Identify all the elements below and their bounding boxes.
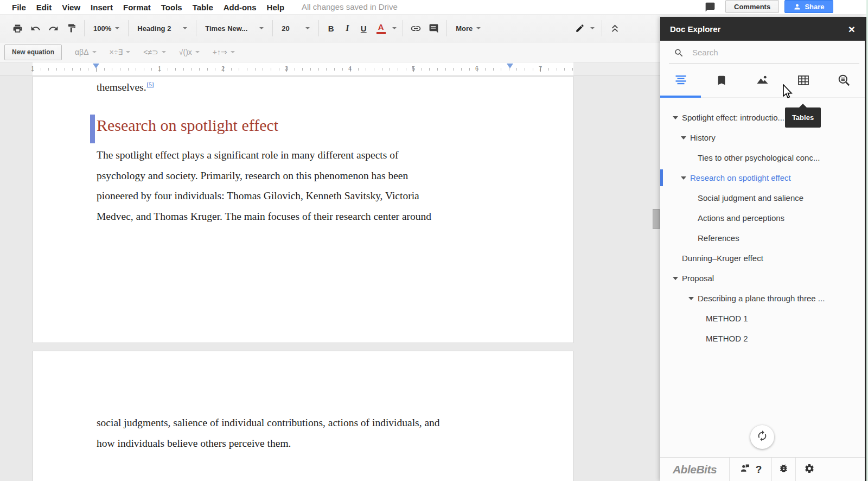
tree-item[interactable]: Research on spotlight effect [660,168,865,188]
tree-item[interactable]: METHOD 2 [660,328,865,349]
contact-support-button[interactable]: ? [730,458,771,481]
tree-item[interactable]: Dunning–Kruger effect [660,248,865,268]
save-status: All changes saved in Drive [302,2,398,11]
toolbar-separator [602,20,602,36]
menu-item[interactable]: Edit [36,3,52,12]
help-button[interactable]: ? [756,464,762,476]
tree-item[interactable]: History [660,128,865,148]
equation-symbol-group: αβΔ [75,48,97,56]
document-text-line: psychology and society. Primarily, resea… [97,166,431,186]
font-select[interactable]: Times New... [200,19,269,37]
insert-link-button[interactable] [407,19,425,37]
sidebar-title: Doc Explorer [670,24,720,34]
ruler-major-ticks [33,67,573,72]
toolbar-separator [196,20,196,36]
menu-item[interactable]: View [62,3,80,12]
tree-item-label: METHOD 1 [706,314,748,323]
search-icon [674,48,684,60]
mouse-cursor [783,84,794,102]
new-equation-button[interactable]: New equation [4,45,62,60]
collapse-arrow-icon[interactable] [681,176,686,180]
paint-format-button[interactable] [62,19,80,37]
tree-item-label: METHOD 2 [706,334,748,343]
menu-item[interactable]: Insert [91,3,113,12]
tab-bookmarks[interactable] [701,65,742,97]
document-page-2[interactable]: social judgments, salience of individual… [33,351,573,481]
chevron-down-icon [162,51,166,53]
menu-item[interactable]: Help [267,3,285,12]
gear-icon [804,463,815,476]
footnote-reference-link[interactable]: [5] [147,81,154,87]
bold-button[interactable]: B [323,24,339,33]
collapse-arrow-icon[interactable] [681,136,686,140]
underline-button[interactable]: U [355,24,372,33]
text-color-button[interactable]: A [372,23,390,34]
menu-item[interactable]: File [12,3,26,12]
tree-item[interactable]: Proposal [660,268,865,288]
google-docs-window: FileEditViewInsertFormatToolsTableAdd-on… [0,0,868,481]
more-button[interactable]: More [451,19,486,37]
right-indent-marker[interactable] [507,64,513,68]
comment-bubble-icon[interactable] [704,2,716,12]
tree-item[interactable]: Spotlight effect: introductio... [660,107,865,128]
tree-item[interactable]: References [660,228,865,248]
tree-item-label: Spotlight effect: introductio... [682,113,784,122]
body-paragraph: The spotlight effect plays a significant… [97,145,431,226]
chevron-down-icon[interactable] [590,27,595,29]
redo-button[interactable] [44,19,62,37]
paragraph-style-select[interactable]: Heading 2 [132,19,192,37]
editing-mode-pen-button[interactable] [573,19,587,37]
left-indent-marker[interactable] [93,64,99,68]
document-page-1[interactable]: themselves.[5] Research on spotlight eff… [33,76,573,343]
refresh-button[interactable] [750,425,774,449]
font-size-select[interactable]: 20 [277,19,315,37]
table-grid-icon [796,74,810,89]
chevron-down-icon [305,27,310,29]
menu-item[interactable]: Tools [161,3,182,12]
report-bug-button[interactable] [772,458,795,481]
italic-button[interactable]: I [339,23,355,33]
tree-item[interactable]: METHOD 1 [660,308,865,328]
sidebar-header: Doc Explorer × [660,17,865,41]
menu-item[interactable]: Add-ons [224,3,257,12]
insert-comment-button[interactable] [425,19,443,37]
tree-item[interactable]: Describing a plane through three ... [660,288,865,308]
tree-item[interactable]: Ties to other psychological conc... [660,148,865,168]
document-canvas: themselves.[5] Research on spotlight eff… [0,76,660,481]
search-input[interactable]: Search [692,48,718,57]
headings-list-icon [673,73,688,90]
heading-selection-bar [90,115,95,143]
document-text-line: The spotlight effect plays a significant… [97,145,431,166]
tree-item-label: History [690,133,716,142]
menu-item[interactable]: Table [193,3,213,12]
collapse-arrow-icon[interactable] [673,116,678,119]
menu-item[interactable]: Format [123,3,151,12]
sidebar-search[interactable]: Search [660,41,865,65]
chevron-down-icon[interactable] [392,27,397,29]
sidebar-tabs [660,65,865,98]
ruler-number: 2 [221,65,225,72]
document-text-line: pioneered by four individuals: Thomas Gi… [97,186,431,206]
tab-images[interactable] [742,65,783,97]
settings-button[interactable] [796,458,822,481]
comments-button[interactable]: Comments [725,0,779,13]
tree-item[interactable]: Actions and perceptions [660,208,865,228]
tab-headings[interactable] [660,65,701,97]
collapse-toolbar-button[interactable] [606,19,624,37]
close-icon[interactable]: × [848,23,855,35]
undo-button[interactable] [27,19,44,37]
toolbar-separator [128,20,129,36]
toolbar-separator [272,20,273,36]
vertical-scrollbar-thumb[interactable] [653,209,660,229]
collapse-arrow-icon[interactable] [688,297,694,300]
tree-item-label: Ties to other psychological conc... [698,153,820,162]
share-button[interactable]: Share [784,0,833,13]
print-button[interactable] [9,19,27,37]
tab-search-in-document[interactable] [824,65,865,97]
window-edge-line [865,17,866,481]
collapse-arrow-icon[interactable] [673,277,678,280]
search-underline [669,64,859,64]
document-text-line: how individuals believe others perceive … [97,433,440,454]
zoom-select[interactable]: 100% [88,19,124,37]
tree-item[interactable]: Social judgment and salience [660,188,865,208]
